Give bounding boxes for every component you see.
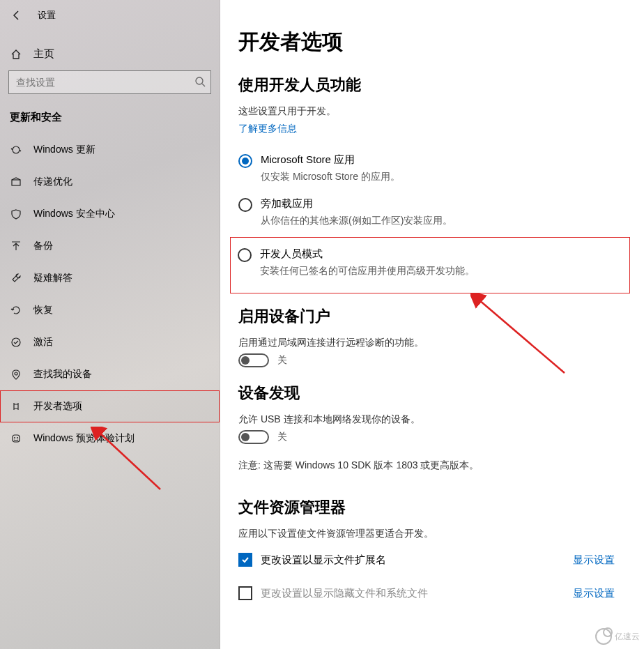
shield-icon [10, 208, 22, 220]
show-settings-link-1[interactable]: 显示设置 [573, 553, 615, 567]
sync-icon [10, 144, 22, 155]
window-title: 设置 [38, 9, 56, 22]
check-circle-icon [10, 337, 22, 348]
sidebar-item-activation[interactable]: 激活 [0, 326, 220, 358]
home-label: 主页 [33, 47, 54, 61]
svg-rect-1 [12, 180, 20, 185]
section-device-portal: 启用设备门户 [238, 306, 644, 327]
sidebar: 设置 主页 更新和安全 Windows 更新 传递优化 [0, 0, 220, 649]
sidebar-section-title: 更新和安全 [0, 104, 220, 134]
watermark-text: 亿速云 [615, 631, 640, 643]
radio-developer-mode[interactable]: 开发人员模式 安装任何已签名的可信应用并使用高级开发功能。 [238, 243, 621, 287]
back-button[interactable] [8, 7, 25, 24]
check-show-extensions-row: 更改设置以显示文件扩展名 显示设置 [238, 553, 615, 567]
recovery-icon [10, 305, 22, 316]
search-input[interactable] [8, 70, 211, 94]
section2-desc: 启用通过局域网连接进行远程诊断的功能。 [238, 337, 644, 349]
radio-icon [238, 248, 252, 262]
arrow-left-icon [11, 10, 22, 21]
radio-icon [238, 198, 252, 212]
radio-sideload[interactable]: 旁加载应用 从你信任的其他来源(例如工作区)安装应用。 [238, 193, 644, 237]
svg-point-0 [196, 77, 203, 84]
page-title: 开发者选项 [238, 28, 644, 56]
wrench-icon [10, 273, 22, 284]
location-icon [10, 369, 22, 380]
section-device-discovery: 设备发现 [238, 383, 644, 404]
toggle-device-discovery[interactable] [238, 430, 269, 444]
svg-point-3 [15, 372, 17, 375]
sidebar-item-find-my-device[interactable]: 查找我的设备 [0, 358, 220, 390]
watermark: 亿速云 [595, 628, 640, 645]
radio-icon [238, 154, 252, 168]
section4-desc: 应用以下设置使文件资源管理器更适合开发。 [238, 528, 644, 540]
sdk-note: 注意: 这需要 Windows 10 SDK 版本 1803 或更高版本。 [238, 459, 644, 472]
checkbox-show-hidden[interactable] [238, 586, 252, 600]
sidebar-item-windows-update[interactable]: Windows 更新 [0, 134, 220, 166]
toggle-device-discovery-state: 关 [277, 431, 287, 443]
sidebar-item-windows-security[interactable]: Windows 安全中心 [0, 198, 220, 230]
developer-icon [10, 401, 22, 412]
toggle-device-portal[interactable] [238, 353, 269, 367]
sidebar-item-troubleshoot[interactable]: 疑难解答 [0, 262, 220, 294]
delivery-icon [10, 176, 22, 188]
upload-icon [10, 240, 22, 252]
sidebar-item-insider[interactable]: Windows 预览体验计划 [0, 422, 220, 455]
section3-desc: 允许 USB 连接和本地网络发现你的设备。 [238, 413, 644, 426]
show-settings-link-2[interactable]: 显示设置 [573, 587, 615, 600]
radio-microsoft-store[interactable]: Microsoft Store 应用 仅安装 Microsoft Store 的… [238, 149, 644, 193]
section1-desc: 这些设置只用于开发。 [238, 105, 644, 118]
svg-point-2 [12, 338, 20, 346]
sidebar-item-backup[interactable]: 备份 [0, 230, 220, 262]
svg-point-6 [17, 437, 18, 438]
watermark-logo-icon [595, 628, 612, 645]
toggle-device-portal-state: 关 [277, 354, 287, 367]
learn-more-link[interactable]: 了解更多信息 [238, 123, 297, 135]
search-box[interactable] [8, 70, 211, 94]
sidebar-item-developer-options[interactable]: 开发者选项 [0, 390, 220, 422]
sidebar-item-delivery-opt[interactable]: 传递优化 [0, 166, 220, 198]
highlight-box-developer-mode: 开发人员模式 安装任何已签名的可信应用并使用高级开发功能。 [230, 237, 630, 293]
sidebar-item-home[interactable]: 主页 [0, 38, 220, 70]
home-icon [10, 49, 22, 60]
sidebar-item-recovery[interactable]: 恢复 [0, 294, 220, 326]
section-use-dev-features: 使用开发人员功能 [238, 75, 644, 96]
main-content: 开发者选项 使用开发人员功能 这些设置只用于开发。 了解更多信息 Microso… [220, 0, 644, 649]
check-show-hidden-row: 更改设置以显示隐藏文件和系统文件 显示设置 [238, 586, 615, 600]
search-icon [194, 76, 206, 90]
svg-point-5 [14, 437, 15, 438]
section-file-explorer: 文件资源管理器 [238, 497, 644, 518]
checkbox-show-extensions[interactable] [238, 553, 252, 567]
insider-icon [10, 433, 22, 444]
